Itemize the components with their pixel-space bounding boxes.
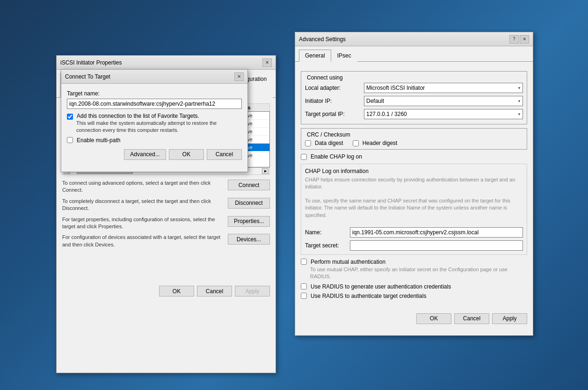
advanced-titlebar: Advanced Settings ? ✕: [295, 32, 533, 46]
advanced-close-btn[interactable]: ✕: [520, 35, 529, 43]
chap-use-desc: To use, specify the same name and CHAP s…: [305, 197, 523, 219]
radius-authenticate-label: Use RADIUS to authenticate target creden…: [311, 293, 426, 299]
header-digest-checkbox[interactable]: [353, 140, 359, 146]
initiator-ip-label: Initiator IP:: [305, 98, 361, 104]
connect-using-group: Connect using Local adapter: Microsoft i…: [301, 71, 527, 124]
tab-ipsec[interactable]: IPsec: [331, 50, 357, 62]
name-input[interactable]: [350, 227, 523, 238]
connect-cancel-button[interactable]: Cancel: [207, 149, 242, 160]
connect-close-btn[interactable]: ✕: [234, 72, 244, 81]
crc-checksum-title: CRC / Checksum: [305, 131, 352, 138]
target-name-label: Target name:: [67, 90, 100, 97]
name-field-label: Name:: [305, 229, 347, 236]
connect-button[interactable]: Connect: [228, 180, 270, 190]
chap-log-info-title: CHAP Log on information: [305, 168, 523, 174]
iscsi-apply-button[interactable]: Apply: [235, 286, 270, 296]
tab-general[interactable]: General: [299, 50, 331, 62]
target-portal-ip-label: Target portal IP:: [305, 111, 361, 117]
advanced-apply-button[interactable]: Apply: [492, 313, 527, 324]
advanced-title-buttons: ? ✕: [509, 35, 529, 43]
properties-info-text: For target properties, including configu…: [62, 216, 224, 231]
local-adapter-label: Local adapter:: [305, 85, 361, 91]
target-portal-ip-select[interactable]: 127.0.0.1 / 3260: [364, 109, 523, 119]
mutual-auth-label: Perform mutual authentication: [311, 259, 385, 265]
advanced-settings-dialog: Advanced Settings ? ✕ General IPsec Conn…: [295, 32, 533, 336]
devices-button[interactable]: Devices...: [228, 234, 270, 245]
iscsi-cancel-button[interactable]: Cancel: [197, 286, 232, 296]
advanced-title: Advanced Settings: [299, 36, 346, 43]
advanced-ok-button[interactable]: OK: [416, 313, 451, 324]
devices-info-text: For configuration of devices associated …: [62, 234, 224, 248]
favorite-desc: This will make the system automatically …: [76, 120, 242, 134]
connect-title-buttons: ✕: [234, 72, 244, 81]
scroll-right[interactable]: ▶: [262, 168, 269, 174]
favorite-checkbox[interactable]: [67, 114, 73, 120]
mutual-auth-desc: To use mutual CHAP, either specify an in…: [310, 266, 527, 281]
iscsi-title-buttons: ✕: [262, 58, 272, 67]
advanced-cancel-button[interactable]: Cancel: [454, 313, 489, 324]
data-digest-checkbox[interactable]: [305, 140, 311, 146]
radius-generate-checkbox[interactable]: [301, 283, 307, 289]
properties-button[interactable]: Properties...: [228, 216, 270, 227]
data-digest-label: Data digest: [315, 140, 343, 146]
header-digest-label: Header digest: [363, 140, 398, 146]
connect-ok-button[interactable]: OK: [169, 149, 204, 160]
target-secret-label: Target secret:: [305, 242, 347, 249]
iscsi-close-btn[interactable]: ✕: [262, 58, 272, 67]
target-secret-input[interactable]: [350, 240, 523, 251]
mutual-auth-checkbox[interactable]: [301, 259, 307, 265]
multipath-label: Enable multi-path: [77, 137, 120, 144]
iscsi-titlebar: iSCSI Initiator Properties ✕: [57, 56, 276, 70]
multipath-checkbox[interactable]: [67, 137, 73, 143]
disconnect-button[interactable]: Disconnect: [228, 198, 270, 209]
advanced-button[interactable]: Advanced...: [124, 149, 166, 160]
chap-desc: CHAP helps ensure connection security by…: [305, 176, 523, 191]
favorite-label: Add this connection to the list of Favor…: [77, 113, 199, 119]
crc-checksum-group: CRC / Checksum Data digest Header digest: [301, 128, 527, 150]
radius-authenticate-checkbox[interactable]: [301, 293, 307, 299]
initiator-ip-select[interactable]: Default: [364, 96, 523, 106]
connect-title: Connect To Target: [65, 73, 110, 80]
connect-info-text: To connect using advanced options, selec…: [62, 180, 224, 194]
enable-chap-checkbox[interactable]: [301, 154, 307, 160]
disconnect-info-text: To completely disconnect a target, selec…: [62, 198, 224, 212]
radius-generate-label: Use RADIUS to generate user authenticati…: [311, 283, 451, 290]
enable-chap-label: Enable CHAP log on: [311, 153, 362, 160]
target-name-input[interactable]: [67, 99, 242, 109]
connect-using-title: Connect using: [305, 74, 345, 81]
local-adapter-select[interactable]: Microsoft iSCSI Initiator: [364, 83, 523, 93]
connect-titlebar: Connect To Target ✕: [61, 70, 247, 84]
iscsi-ok-button[interactable]: OK: [159, 286, 194, 296]
connect-to-target-dialog: Connect To Target ✕ Target name: Add thi…: [61, 69, 248, 172]
advanced-help-btn[interactable]: ?: [509, 35, 519, 43]
iscsi-title: iSCSI Initiator Properties: [60, 59, 122, 66]
